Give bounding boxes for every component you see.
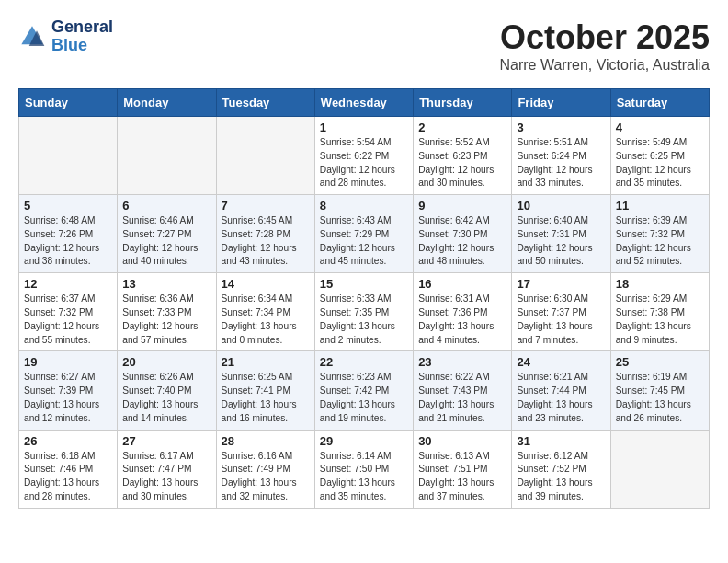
day-number: 27 bbox=[122, 434, 210, 448]
weekday-header-row: SundayMondayTuesdayWednesdayThursdayFrid… bbox=[19, 89, 710, 117]
calendar-cell: 7Sunrise: 6:45 AM Sunset: 7:28 PM Daylig… bbox=[216, 195, 314, 273]
day-info: Sunrise: 6:30 AM Sunset: 7:37 PM Dayligh… bbox=[517, 293, 605, 347]
day-number: 3 bbox=[517, 121, 605, 134]
day-number: 30 bbox=[418, 434, 506, 448]
calendar-cell: 15Sunrise: 6:33 AM Sunset: 7:35 PM Dayli… bbox=[314, 273, 413, 351]
day-info: Sunrise: 6:39 AM Sunset: 7:32 PM Dayligh… bbox=[616, 214, 704, 269]
day-info: Sunrise: 6:43 AM Sunset: 7:29 PM Dayligh… bbox=[320, 214, 408, 269]
calendar-cell: 5Sunrise: 6:48 AM Sunset: 7:26 PM Daylig… bbox=[19, 195, 118, 273]
calendar-cell: 17Sunrise: 6:30 AM Sunset: 7:37 PM Dayli… bbox=[512, 273, 610, 351]
page-header: General Blue October 2025 Narre Warren, … bbox=[18, 18, 710, 74]
day-info: Sunrise: 6:26 AM Sunset: 7:40 PM Dayligh… bbox=[122, 371, 210, 425]
calendar-cell: 31Sunrise: 6:12 AM Sunset: 7:52 PM Dayli… bbox=[512, 430, 610, 508]
title-block: October 2025 Narre Warren, Victoria, Aus… bbox=[499, 18, 710, 74]
day-number: 13 bbox=[122, 277, 210, 291]
calendar-cell: 8Sunrise: 6:43 AM Sunset: 7:29 PM Daylig… bbox=[314, 195, 413, 273]
day-info: Sunrise: 5:51 AM Sunset: 6:24 PM Dayligh… bbox=[517, 136, 605, 190]
calendar-cell: 18Sunrise: 6:29 AM Sunset: 7:38 PM Dayli… bbox=[610, 273, 709, 351]
day-number: 11 bbox=[616, 199, 704, 213]
day-info: Sunrise: 6:25 AM Sunset: 7:41 PM Dayligh… bbox=[222, 371, 310, 425]
logo: General Blue bbox=[18, 18, 113, 55]
day-info: Sunrise: 6:19 AM Sunset: 7:45 PM Dayligh… bbox=[616, 371, 704, 425]
day-info: Sunrise: 6:34 AM Sunset: 7:34 PM Dayligh… bbox=[222, 293, 310, 347]
day-number: 17 bbox=[517, 277, 605, 291]
day-number: 6 bbox=[122, 199, 210, 213]
calendar-cell: 28Sunrise: 6:16 AM Sunset: 7:49 PM Dayli… bbox=[216, 430, 314, 508]
calendar-cell: 29Sunrise: 6:14 AM Sunset: 7:50 PM Dayli… bbox=[314, 430, 413, 508]
day-number: 26 bbox=[24, 434, 112, 448]
day-info: Sunrise: 6:33 AM Sunset: 7:35 PM Dayligh… bbox=[320, 293, 408, 347]
calendar-table: SundayMondayTuesdayWednesdayThursdayFrid… bbox=[18, 88, 710, 509]
calendar-cell: 12Sunrise: 6:37 AM Sunset: 7:32 PM Dayli… bbox=[19, 273, 118, 351]
calendar-cell: 30Sunrise: 6:13 AM Sunset: 7:51 PM Dayli… bbox=[414, 430, 512, 508]
day-number: 19 bbox=[24, 355, 112, 369]
day-info: Sunrise: 6:23 AM Sunset: 7:42 PM Dayligh… bbox=[320, 371, 408, 425]
calendar-cell: 26Sunrise: 6:18 AM Sunset: 7:46 PM Dayli… bbox=[19, 430, 118, 508]
weekday-header-wednesday: Wednesday bbox=[314, 89, 413, 117]
day-info: Sunrise: 6:45 AM Sunset: 7:28 PM Dayligh… bbox=[222, 214, 310, 269]
day-number: 15 bbox=[320, 277, 408, 291]
day-number: 1 bbox=[320, 121, 408, 134]
calendar-cell bbox=[610, 430, 709, 508]
day-info: Sunrise: 6:16 AM Sunset: 7:49 PM Dayligh… bbox=[222, 450, 310, 504]
calendar-week-row: 19Sunrise: 6:27 AM Sunset: 7:39 PM Dayli… bbox=[19, 351, 710, 430]
day-number: 22 bbox=[320, 355, 408, 369]
day-number: 2 bbox=[418, 121, 506, 134]
day-number: 5 bbox=[24, 199, 112, 213]
calendar-cell bbox=[216, 117, 314, 195]
day-info: Sunrise: 6:27 AM Sunset: 7:39 PM Dayligh… bbox=[24, 371, 112, 425]
weekday-header-friday: Friday bbox=[512, 89, 610, 117]
weekday-header-monday: Monday bbox=[118, 89, 216, 117]
day-number: 10 bbox=[517, 199, 605, 213]
calendar-week-row: 1Sunrise: 5:54 AM Sunset: 6:22 PM Daylig… bbox=[19, 117, 710, 195]
day-info: Sunrise: 6:37 AM Sunset: 7:32 PM Dayligh… bbox=[24, 293, 112, 347]
day-info: Sunrise: 6:46 AM Sunset: 7:27 PM Dayligh… bbox=[122, 214, 210, 269]
weekday-header-thursday: Thursday bbox=[414, 89, 512, 117]
day-info: Sunrise: 5:54 AM Sunset: 6:22 PM Dayligh… bbox=[320, 136, 408, 190]
day-number: 9 bbox=[418, 199, 506, 213]
day-number: 29 bbox=[320, 434, 408, 448]
calendar-cell: 1Sunrise: 5:54 AM Sunset: 6:22 PM Daylig… bbox=[314, 117, 413, 195]
day-number: 20 bbox=[122, 355, 210, 369]
day-number: 28 bbox=[222, 434, 310, 448]
calendar-cell: 10Sunrise: 6:40 AM Sunset: 7:31 PM Dayli… bbox=[512, 195, 610, 273]
calendar-cell: 27Sunrise: 6:17 AM Sunset: 7:47 PM Dayli… bbox=[118, 430, 216, 508]
calendar-cell: 3Sunrise: 5:51 AM Sunset: 6:24 PM Daylig… bbox=[512, 117, 610, 195]
day-number: 25 bbox=[616, 355, 704, 369]
day-info: Sunrise: 6:31 AM Sunset: 7:36 PM Dayligh… bbox=[418, 293, 506, 347]
day-info: Sunrise: 6:40 AM Sunset: 7:31 PM Dayligh… bbox=[517, 214, 605, 269]
day-info: Sunrise: 6:12 AM Sunset: 7:52 PM Dayligh… bbox=[517, 450, 605, 504]
day-info: Sunrise: 6:13 AM Sunset: 7:51 PM Dayligh… bbox=[418, 450, 506, 504]
weekday-header-sunday: Sunday bbox=[19, 89, 118, 117]
calendar-subtitle: Narre Warren, Victoria, Australia bbox=[499, 57, 710, 74]
calendar-cell: 20Sunrise: 6:26 AM Sunset: 7:40 PM Dayli… bbox=[118, 351, 216, 430]
day-number: 7 bbox=[222, 199, 310, 213]
day-number: 8 bbox=[320, 199, 408, 213]
day-number: 24 bbox=[517, 355, 605, 369]
day-number: 18 bbox=[616, 277, 704, 291]
day-number: 21 bbox=[222, 355, 310, 369]
day-info: Sunrise: 6:21 AM Sunset: 7:44 PM Dayligh… bbox=[517, 371, 605, 425]
calendar-cell bbox=[118, 117, 216, 195]
day-info: Sunrise: 6:48 AM Sunset: 7:26 PM Dayligh… bbox=[24, 214, 112, 269]
calendar-cell: 21Sunrise: 6:25 AM Sunset: 7:41 PM Dayli… bbox=[216, 351, 314, 430]
day-info: Sunrise: 6:29 AM Sunset: 7:38 PM Dayligh… bbox=[616, 293, 704, 347]
calendar-cell: 6Sunrise: 6:46 AM Sunset: 7:27 PM Daylig… bbox=[118, 195, 216, 273]
day-info: Sunrise: 6:18 AM Sunset: 7:46 PM Dayligh… bbox=[24, 450, 112, 504]
calendar-cell: 19Sunrise: 6:27 AM Sunset: 7:39 PM Dayli… bbox=[19, 351, 118, 430]
day-number: 12 bbox=[24, 277, 112, 291]
day-number: 4 bbox=[616, 121, 704, 134]
calendar-cell: 9Sunrise: 6:42 AM Sunset: 7:30 PM Daylig… bbox=[414, 195, 512, 273]
calendar-cell: 11Sunrise: 6:39 AM Sunset: 7:32 PM Dayli… bbox=[610, 195, 709, 273]
day-info: Sunrise: 6:14 AM Sunset: 7:50 PM Dayligh… bbox=[320, 450, 408, 504]
day-info: Sunrise: 6:22 AM Sunset: 7:43 PM Dayligh… bbox=[418, 371, 506, 425]
day-number: 23 bbox=[418, 355, 506, 369]
calendar-week-row: 5Sunrise: 6:48 AM Sunset: 7:26 PM Daylig… bbox=[19, 195, 710, 273]
calendar-cell: 2Sunrise: 5:52 AM Sunset: 6:23 PM Daylig… bbox=[414, 117, 512, 195]
day-number: 16 bbox=[418, 277, 506, 291]
day-info: Sunrise: 5:52 AM Sunset: 6:23 PM Dayligh… bbox=[418, 136, 506, 190]
calendar-week-row: 26Sunrise: 6:18 AM Sunset: 7:46 PM Dayli… bbox=[19, 430, 710, 508]
weekday-header-tuesday: Tuesday bbox=[216, 89, 314, 117]
calendar-cell: 4Sunrise: 5:49 AM Sunset: 6:25 PM Daylig… bbox=[610, 117, 709, 195]
logo-text: General Blue bbox=[51, 18, 113, 55]
